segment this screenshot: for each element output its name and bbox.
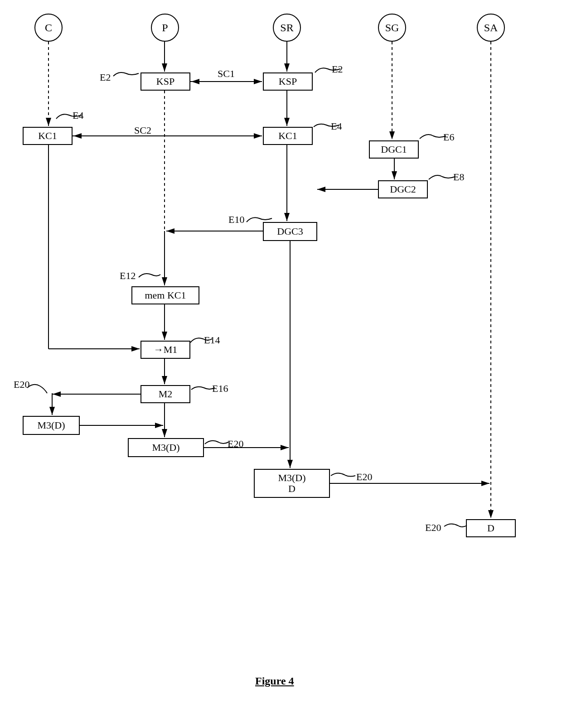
box-dgc3: DGC3 [263,222,317,241]
label-e20-b: E20 [425,522,441,534]
box-ksp-sr-label: KSP [279,76,297,87]
box-dgc3-label: DGC3 [277,226,303,237]
box-m3d-c-label: M3(D) [37,420,65,431]
figure-caption: Figure 4 [255,675,294,687]
circle-c: C [34,14,63,42]
box-memkc1: mem KC1 [131,286,199,304]
box-m3d-p-label: M3(D) [152,442,179,453]
box-m2-label: M2 [159,389,173,400]
box-kc1-sr: KC1 [263,127,313,145]
circle-sa-label: SA [484,22,498,34]
circle-sa: SA [477,14,505,42]
label-e4-l: E4 [73,110,83,121]
label-sc1: SC1 [218,68,235,80]
box-dgc2: DGC2 [378,180,428,198]
circle-p: P [151,14,179,42]
box-dgc1: DGC1 [369,140,419,159]
box-d-label: D [487,523,494,534]
label-e6: E6 [443,131,454,143]
label-e16: E16 [212,383,228,395]
circle-sg-label: SG [385,22,399,34]
label-e10: E10 [228,214,244,226]
box-d: D [466,519,516,537]
label-e4-r: E4 [331,121,342,132]
circle-sr: SR [273,14,301,42]
label-e20-m: E20 [228,438,243,450]
box-ksp-p: KSP [140,72,190,91]
circle-sr-label: SR [280,22,293,34]
box-m1: →M1 [140,341,190,359]
box-kc1-c-label: KC1 [38,130,57,141]
box-m3d-d-label: M3(D) D [278,472,305,494]
box-m3d-c: M3(D) [23,416,80,435]
box-m3d-p: M3(D) [128,438,204,457]
label-e14: E14 [204,334,220,346]
box-dgc1-label: DGC1 [381,144,407,155]
label-e20-l: E20 [14,379,29,391]
circle-c-label: C [45,22,52,34]
circle-p-label: P [162,22,168,34]
label-e8: E8 [453,171,464,183]
box-m3d-d: M3(D) D [254,469,330,498]
box-kc1-sr-label: KC1 [278,130,297,141]
label-e20-r: E20 [356,471,372,483]
box-m2: M2 [140,385,190,403]
label-e2-l: E2 [100,72,111,83]
box-memkc1-label: mem KC1 [145,290,186,301]
label-e2-r: E2 [332,63,343,75]
svg-line-14 [318,190,378,229]
connectors [0,0,562,728]
box-ksp-p-label: KSP [156,76,174,87]
box-kc1-c: KC1 [23,127,73,145]
label-e12: E12 [120,270,136,282]
circle-sg: SG [378,14,406,42]
label-sc2: SC2 [134,125,151,136]
box-m1-label: →M1 [154,344,178,355]
box-ksp-sr: KSP [263,72,313,91]
box-dgc2-label: DGC2 [390,184,416,195]
